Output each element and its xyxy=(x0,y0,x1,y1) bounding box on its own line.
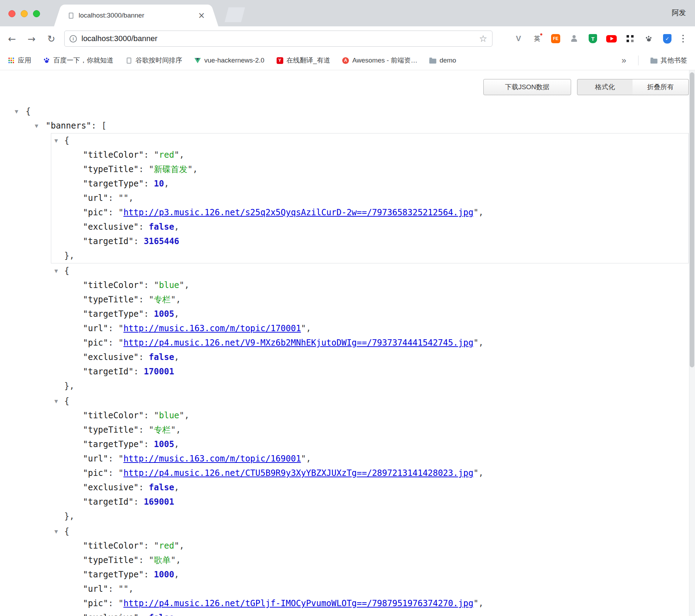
json-string-value: 专栏 xyxy=(149,295,176,304)
json-string-value: 专栏 xyxy=(149,425,176,435)
json-comma: , xyxy=(478,468,483,478)
bookmark-label: 在线翻译_有道 xyxy=(286,56,330,65)
json-object-block: ▼{ titleColor: blue, typeTitle: 专栏, targ… xyxy=(51,263,689,394)
json-key: titleColor xyxy=(83,280,144,290)
page-info-icon[interactable]: i xyxy=(70,35,77,42)
json-colon: : xyxy=(139,555,149,565)
blue-shield-check-icon[interactable]: ✓ xyxy=(662,33,673,44)
reload-button[interactable]: ↻ xyxy=(44,32,58,46)
json-comma: , xyxy=(174,439,179,449)
json-comma: , xyxy=(174,613,179,616)
json-link[interactable]: http://music.163.com/m/topic/169001 xyxy=(124,454,301,464)
paw-icon[interactable] xyxy=(643,33,654,44)
json-string-value: blue xyxy=(154,411,184,420)
json-comma: , xyxy=(184,411,189,420)
collapse-triangle-icon[interactable]: ▼ xyxy=(54,264,58,278)
json-string-value: 新碟首发 xyxy=(149,164,193,174)
json-colon: : xyxy=(108,193,118,203)
collapse-triangle-icon[interactable]: ▼ xyxy=(54,133,58,148)
json-brace: }, xyxy=(64,381,74,391)
json-link[interactable]: http://p4.music.126.net/tGPljf-IMOCyPvum… xyxy=(124,598,474,608)
youtube-icon[interactable] xyxy=(606,33,617,44)
json-key: typeTitle xyxy=(83,555,139,565)
green-shield-t-icon[interactable]: T xyxy=(588,33,598,44)
new-tab-button[interactable] xyxy=(225,7,245,22)
zoom-window-button[interactable] xyxy=(33,10,40,17)
json-comma: , xyxy=(478,338,483,348)
translate-icon[interactable]: 英 xyxy=(532,33,542,44)
profile-name[interactable]: 阿发 xyxy=(672,8,686,18)
collapse-triangle-icon[interactable]: ▼ xyxy=(15,104,18,119)
json-line: pic: http://p4.music.126.net/CTU5B9R9y3X… xyxy=(51,466,688,480)
collapse-triangle-icon[interactable]: ▼ xyxy=(54,524,58,539)
json-key: banners xyxy=(46,121,91,131)
collapse-triangle-icon[interactable]: ▼ xyxy=(35,119,38,133)
json-colon: : xyxy=(108,584,118,594)
json-boolean-value: false xyxy=(149,352,174,362)
json-key: url xyxy=(83,454,108,464)
bookmark-item-google-sort[interactable]: 谷歌按时间排序 xyxy=(125,56,182,65)
json-colon: : xyxy=(144,439,154,449)
bookmark-label: vue-hackernews-2.0 xyxy=(204,57,264,64)
traffic-lights xyxy=(8,10,40,17)
json-line: targetType: 10, xyxy=(51,177,688,191)
page-content: 下载JSON数据 格式化 折叠所有 ▼{ ▼banners: [ ▼{ titl… xyxy=(0,70,695,616)
bookmarks-overflow-chevron[interactable]: » xyxy=(622,55,626,65)
json-colon: : xyxy=(144,411,154,420)
json-colon: : xyxy=(91,121,101,131)
json-line: pic: http://p4.music.126.net/V9-MXz6b2MN… xyxy=(51,336,688,350)
json-number-value: 1000 xyxy=(154,570,174,579)
collapse-all-button[interactable]: 折叠所有 xyxy=(633,79,689,95)
json-number-value: 1005 xyxy=(154,439,174,449)
fe-extension-icon[interactable]: FE xyxy=(550,33,561,44)
json-link[interactable]: http://p4.music.126.net/CTU5B9R9y3XyYBZX… xyxy=(124,468,474,478)
format-button[interactable]: 格式化 xyxy=(577,79,633,95)
json-colon: : xyxy=(144,309,154,319)
collapse-triangle-icon[interactable]: ▼ xyxy=(54,394,58,408)
minimize-window-button[interactable] xyxy=(21,10,28,17)
json-line: ▼{ xyxy=(51,524,688,539)
forward-button[interactable]: → xyxy=(25,32,39,46)
bookmark-item-baidu[interactable]: 百度一下，你就知道 xyxy=(43,56,113,65)
json-string-value: red xyxy=(154,541,179,551)
json-key: pic xyxy=(83,208,108,217)
vimium-icon[interactable]: V xyxy=(513,33,524,44)
json-link[interactable]: http://p4.music.126.net/V9-MXz6b2MNhEKju… xyxy=(124,338,474,348)
json-link[interactable]: http://p3.music.126.net/s25q2x5QyqsAzilC… xyxy=(124,208,474,217)
url-text[interactable]: localhost:3000/banner xyxy=(81,34,158,43)
qrcode-icon[interactable] xyxy=(625,33,635,44)
other-bookmarks-folder[interactable]: 其他书签 xyxy=(650,56,687,65)
address-bar[interactable]: i localhost:3000/banner ☆ xyxy=(64,31,492,47)
page-icon xyxy=(125,57,132,64)
bookmark-item-demo-folder[interactable]: demo xyxy=(429,57,456,64)
json-key: exclusive xyxy=(83,483,139,492)
scrollbar-thumb[interactable] xyxy=(690,72,694,367)
json-key: titleColor xyxy=(83,150,144,160)
bookmark-item-vue-hackernews[interactable]: vue-hackernews-2.0 xyxy=(194,57,264,64)
scrollbar-track[interactable] xyxy=(689,70,695,616)
json-line: titleColor: red, xyxy=(51,539,688,553)
json-key: typeTitle xyxy=(83,425,139,435)
json-line: }, xyxy=(51,249,688,263)
json-link[interactable]: http://music.163.com/m/topic/170001 xyxy=(124,323,301,333)
json-brace: { xyxy=(64,396,69,406)
bookmark-star-icon[interactable]: ☆ xyxy=(479,33,487,44)
person-icon[interactable] xyxy=(569,33,580,44)
json-colon: : xyxy=(134,367,144,376)
json-line: ▼{ xyxy=(51,264,688,278)
json-key: url xyxy=(83,323,108,333)
back-button[interactable]: ← xyxy=(5,32,19,46)
bookmark-item-awesomes[interactable]: A Awesomes - 前端资… xyxy=(342,56,417,65)
json-line: exclusive: false, xyxy=(51,350,688,365)
json-comma: , xyxy=(174,309,179,319)
download-json-button[interactable]: 下载JSON数据 xyxy=(483,79,571,95)
close-window-button[interactable] xyxy=(8,10,15,17)
bookmark-item-youdao[interactable]: Y 在线翻译_有道 xyxy=(276,56,330,65)
browser-tab[interactable]: localhost:3000/banner × xyxy=(62,5,210,26)
bookmark-item-apps[interactable]: 应用 xyxy=(8,56,31,65)
json-viewer: ▼{ ▼banners: [ ▼{ titleColor: red, typeT… xyxy=(0,70,695,616)
json-key: targetId xyxy=(83,367,134,376)
json-line: titleColor: blue, xyxy=(51,278,688,293)
tab-close-icon[interactable]: × xyxy=(198,11,205,20)
menu-icon[interactable] xyxy=(677,32,689,45)
